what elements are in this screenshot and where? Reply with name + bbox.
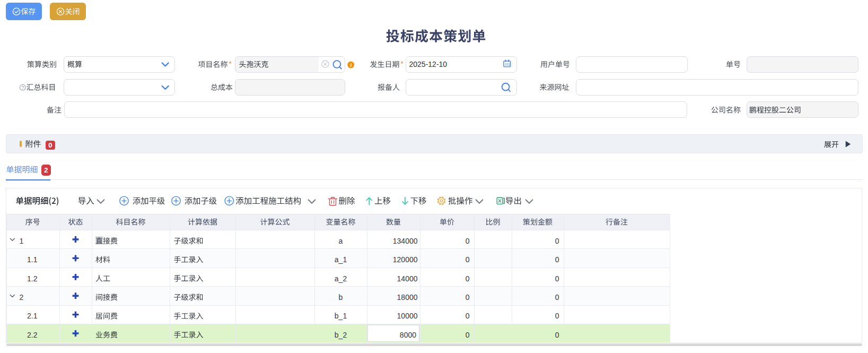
svg-text:*: * (400, 59, 404, 68)
svg-text:i: i (350, 62, 352, 68)
svg-text:?: ? (21, 84, 24, 90)
svg-text:*: * (229, 59, 232, 68)
